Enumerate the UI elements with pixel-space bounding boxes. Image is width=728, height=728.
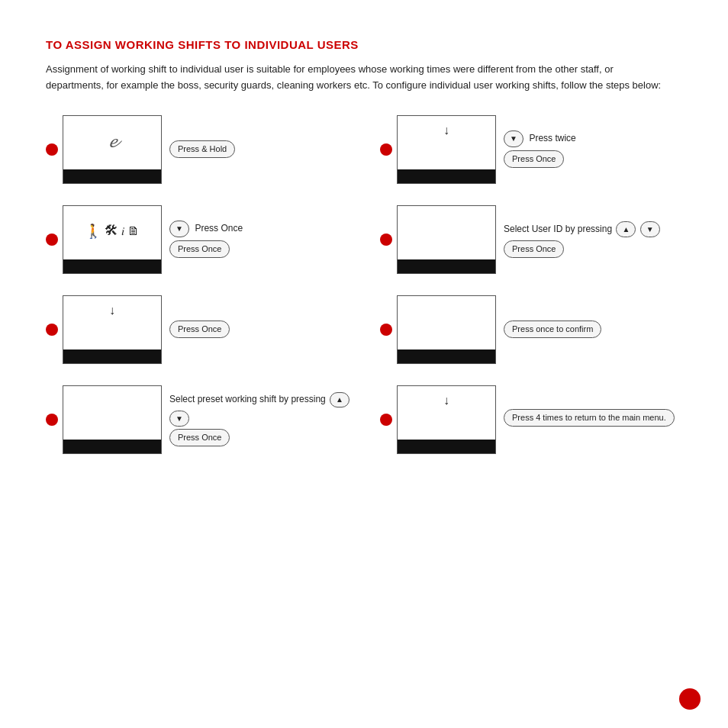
press-once-btn-5: Press Once bbox=[504, 150, 564, 168]
screen-2-icon: 🚶 🛠 𝑖 🗎 bbox=[63, 206, 161, 259]
info-icon: 𝑖 bbox=[121, 224, 124, 238]
press-once-btn-2b: Press Once bbox=[169, 240, 230, 258]
page: TO ASSIGN WORKING SHIFTS TO INDIVIDUAL U… bbox=[0, 0, 728, 495]
screen-3-bar bbox=[63, 350, 161, 363]
steps-columns: 𝓮 Press & Hold 🚶 🛠 𝑖 🗎 bbox=[46, 115, 682, 465]
screen-1-bar bbox=[63, 169, 161, 183]
right-column: ↓ ▼ Press twice Press Once bbox=[380, 115, 675, 465]
screen-7-empty bbox=[398, 296, 495, 350]
press-twice-btn-5: ▼ bbox=[504, 130, 523, 147]
down-arrow-5: ▼ bbox=[510, 133, 517, 145]
bullet-3 bbox=[46, 324, 58, 336]
settings-icon: 🛠 bbox=[105, 223, 118, 239]
step-1-desc: Press & Hold bbox=[169, 140, 350, 158]
step-1: 𝓮 Press & Hold bbox=[46, 115, 350, 184]
screen-7-bar bbox=[398, 350, 495, 363]
bullet-5 bbox=[380, 143, 392, 156]
screen-7 bbox=[397, 295, 496, 364]
step-6-text: Select User ID by pressing ▲ ▼ bbox=[504, 221, 675, 237]
step-7-desc: Press once to confirm bbox=[504, 321, 675, 338]
step-7: Press once to confirm bbox=[380, 295, 675, 364]
press-twice-label-5: Press twice bbox=[529, 133, 575, 143]
screen-8-arrow: ↓ bbox=[443, 394, 449, 407]
step-2-desc: ▼ Press Once Press Once bbox=[169, 221, 350, 258]
step-2: 🚶 🛠 𝑖 🗎 ▼ Press Once Press Once bbox=[46, 205, 350, 274]
corner-dot bbox=[679, 688, 701, 710]
screen-4 bbox=[63, 385, 162, 454]
up-arrow-4: ▲ bbox=[336, 395, 343, 405]
intro-text: Assignment of working shift to individua… bbox=[46, 62, 672, 94]
press-hold-btn: Press & Hold bbox=[169, 140, 235, 158]
down-arrow-4: ▼ bbox=[176, 413, 183, 425]
step-5-desc: ▼ Press twice Press Once bbox=[504, 130, 675, 168]
step-4-desc: Select preset working shift by pressing … bbox=[169, 392, 350, 447]
doc-icon: 🗎 bbox=[127, 224, 140, 238]
screen-2: 🚶 🛠 𝑖 🗎 bbox=[63, 205, 162, 274]
page-title: TO ASSIGN WORKING SHIFTS TO INDIVIDUAL U… bbox=[46, 38, 682, 51]
step-6-desc: Select User ID by pressing ▲ ▼ Press Onc… bbox=[504, 221, 675, 258]
screen-2-bar bbox=[63, 259, 161, 273]
screen-6-empty bbox=[398, 206, 495, 259]
step-8-desc: Press 4 times to return to the main menu… bbox=[504, 409, 675, 430]
step-5: ↓ ▼ Press twice Press Once bbox=[380, 115, 675, 184]
press-once-btn-7: Press once to confirm bbox=[504, 321, 601, 338]
screen-1: 𝓮 bbox=[63, 115, 162, 184]
down-btn-4: ▼ bbox=[169, 411, 189, 427]
e-icon: 𝓮 bbox=[108, 130, 117, 153]
screen-4-empty bbox=[63, 386, 161, 440]
press-4-times-btn: Press 4 times to return to the main menu… bbox=[504, 409, 675, 427]
up-btn-4: ▲ bbox=[330, 392, 350, 407]
screen-4-bar bbox=[63, 440, 161, 453]
down-arrow-6: ▼ bbox=[646, 224, 654, 235]
press-once-btn-2a: ▼ bbox=[169, 221, 189, 237]
person-icon: 🚶 bbox=[85, 223, 101, 240]
screen-5: ↓ bbox=[397, 115, 496, 184]
screen-5-bar bbox=[398, 169, 495, 183]
screen-1-icon: 𝓮 bbox=[63, 116, 161, 169]
bullet-4 bbox=[46, 414, 58, 426]
screen-3-arrow: ↓ bbox=[109, 304, 115, 317]
step-6: Select User ID by pressing ▲ ▼ Press Onc… bbox=[380, 205, 675, 274]
screen-6-bar bbox=[398, 259, 495, 273]
step-3: ↓ Press Once bbox=[46, 295, 350, 364]
press-once-btn-6: Press Once bbox=[504, 240, 564, 258]
screen-8-bar bbox=[398, 440, 495, 453]
step-3-desc: Press Once bbox=[169, 321, 350, 338]
bullet-1 bbox=[46, 143, 58, 156]
up-arrow-6: ▲ bbox=[622, 224, 630, 235]
press-once-btn-3: Press Once bbox=[169, 321, 230, 338]
bullet-8 bbox=[380, 414, 392, 426]
down-btn-6: ▼ bbox=[640, 221, 660, 237]
step-8: ↓ Press 4 times to return to the main me… bbox=[380, 385, 675, 454]
up-btn-6: ▲ bbox=[616, 221, 636, 237]
screen-5-arrow: ↓ bbox=[443, 124, 449, 137]
bullet-2 bbox=[46, 234, 58, 246]
press-once-label-2a: Press Once bbox=[195, 223, 243, 234]
screen-6 bbox=[397, 205, 496, 274]
step-4-text: Select preset working shift by pressing … bbox=[169, 392, 350, 407]
left-column: 𝓮 Press & Hold 🚶 🛠 𝑖 🗎 bbox=[46, 115, 350, 465]
screen-3: ↓ bbox=[63, 295, 162, 364]
down-arrow-2a: ▼ bbox=[176, 223, 183, 235]
bullet-6 bbox=[380, 234, 392, 246]
screen-8: ↓ bbox=[397, 385, 496, 454]
bullet-7 bbox=[380, 324, 392, 336]
press-once-btn-4: Press Once bbox=[169, 429, 230, 446]
step-4: Select preset working shift by pressing … bbox=[46, 385, 350, 454]
